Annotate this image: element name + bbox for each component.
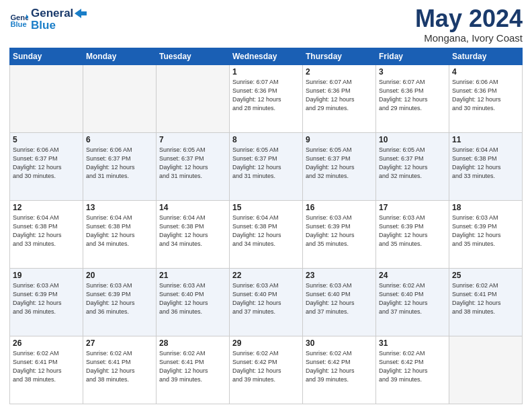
day-number: 31 [379,338,446,348]
calendar-cell: 16Sunrise: 6:03 AMSunset: 6:39 PMDayligh… [303,201,376,269]
calendar-weekday-header: Monday [83,48,157,65]
calendar-week-row: 1Sunrise: 6:07 AMSunset: 6:36 PMDaylight… [10,65,523,133]
calendar-cell: 4Sunrise: 6:06 AMSunset: 6:36 PMDaylight… [449,65,523,133]
calendar-cell: 27Sunrise: 6:02 AMSunset: 6:41 PMDayligh… [83,336,157,404]
svg-marker-3 [75,9,87,18]
cell-info: Sunrise: 6:04 AMSunset: 6:38 PMDaylight:… [13,214,80,248]
cell-info: Sunrise: 6:03 AMSunset: 6:39 PMDaylight:… [13,281,80,316]
cell-info: Sunrise: 6:03 AMSunset: 6:40 PMDaylight:… [306,281,373,316]
day-number: 17 [379,203,446,212]
day-number: 9 [306,135,373,144]
day-number: 11 [452,135,519,144]
cell-info: Sunrise: 6:03 AMSunset: 6:39 PMDaylight:… [379,214,446,248]
day-number: 15 [232,203,300,212]
day-number: 13 [86,203,153,212]
calendar-cell: 26Sunrise: 6:02 AMSunset: 6:41 PMDayligh… [10,336,83,404]
calendar-cell: 19Sunrise: 6:03 AMSunset: 6:39 PMDayligh… [10,269,83,336]
calendar-weekday-header: Sunday [10,48,83,65]
calendar-cell: 9Sunrise: 6:05 AMSunset: 6:37 PMDaylight… [303,133,376,201]
calendar-cell: 31Sunrise: 6:02 AMSunset: 6:42 PMDayligh… [376,336,449,404]
day-number: 18 [452,203,519,212]
cell-info: Sunrise: 6:03 AMSunset: 6:39 PMDaylight:… [306,214,373,248]
calendar-cell: 12Sunrise: 6:04 AMSunset: 6:38 PMDayligh… [10,201,83,269]
day-number: 12 [13,203,80,212]
cell-info: Sunrise: 6:05 AMSunset: 6:37 PMDaylight:… [159,146,226,181]
calendar-cell [83,65,157,133]
day-number: 27 [86,338,153,348]
calendar-cell: 11Sunrise: 6:04 AMSunset: 6:38 PMDayligh… [449,133,523,201]
calendar-cell: 20Sunrise: 6:03 AMSunset: 6:39 PMDayligh… [83,269,157,336]
calendar-cell: 29Sunrise: 6:02 AMSunset: 6:42 PMDayligh… [230,336,303,404]
cell-info: Sunrise: 6:07 AMSunset: 6:36 PMDaylight:… [379,78,446,113]
cell-info: Sunrise: 6:03 AMSunset: 6:39 PMDaylight:… [86,281,153,316]
calendar-cell: 3Sunrise: 6:07 AMSunset: 6:36 PMDaylight… [376,65,449,133]
day-number: 23 [306,271,373,280]
calendar-week-row: 12Sunrise: 6:04 AMSunset: 6:38 PMDayligh… [10,201,523,269]
calendar-body: 1Sunrise: 6:07 AMSunset: 6:36 PMDaylight… [10,65,523,404]
cell-info: Sunrise: 6:02 AMSunset: 6:42 PMDaylight:… [379,349,446,384]
cell-info: Sunrise: 6:05 AMSunset: 6:37 PMDaylight:… [379,146,446,181]
day-number: 16 [306,203,373,212]
logo: General Blue General Blue [9,7,87,32]
logo-blue: Blue [31,19,87,32]
calendar-cell: 14Sunrise: 6:04 AMSunset: 6:38 PMDayligh… [157,201,230,269]
calendar-cell: 18Sunrise: 6:03 AMSunset: 6:39 PMDayligh… [449,201,523,269]
calendar-cell: 13Sunrise: 6:04 AMSunset: 6:38 PMDayligh… [83,201,157,269]
calendar-weekday-header: Saturday [449,48,523,65]
day-number: 26 [13,338,80,348]
cell-info: Sunrise: 6:05 AMSunset: 6:37 PMDaylight:… [232,146,300,181]
calendar-cell: 17Sunrise: 6:03 AMSunset: 6:39 PMDayligh… [376,201,449,269]
page: General Blue General Blue May 2024 Monga… [0,0,532,411]
day-number: 22 [232,271,300,280]
title-block: May 2024 Mongana, Ivory Coast [415,7,523,44]
day-number: 30 [306,338,373,348]
cell-info: Sunrise: 6:02 AMSunset: 6:42 PMDaylight:… [306,349,373,384]
cell-info: Sunrise: 6:04 AMSunset: 6:38 PMDaylight:… [159,214,226,248]
cell-info: Sunrise: 6:06 AMSunset: 6:36 PMDaylight:… [452,78,519,113]
calendar-cell: 6Sunrise: 6:06 AMSunset: 6:37 PMDaylight… [83,133,157,201]
calendar-table: SundayMondayTuesdayWednesdayThursdayFrid… [9,48,523,404]
calendar-week-row: 19Sunrise: 6:03 AMSunset: 6:39 PMDayligh… [10,269,523,336]
calendar-cell [10,65,83,133]
calendar-cell: 15Sunrise: 6:04 AMSunset: 6:38 PMDayligh… [230,201,303,269]
month-title: May 2024 [415,7,523,31]
cell-info: Sunrise: 6:03 AMSunset: 6:40 PMDaylight:… [232,281,300,316]
calendar-cell [449,336,523,404]
day-number: 2 [306,67,373,77]
cell-info: Sunrise: 6:06 AMSunset: 6:37 PMDaylight:… [13,146,80,181]
day-number: 29 [232,338,300,348]
cell-info: Sunrise: 6:02 AMSunset: 6:40 PMDaylight:… [379,281,446,316]
day-number: 24 [379,271,446,280]
calendar-cell: 30Sunrise: 6:02 AMSunset: 6:42 PMDayligh… [303,336,376,404]
cell-info: Sunrise: 6:06 AMSunset: 6:37 PMDaylight:… [86,146,153,181]
day-number: 7 [159,135,226,144]
cell-info: Sunrise: 6:04 AMSunset: 6:38 PMDaylight:… [86,214,153,248]
calendar-week-row: 26Sunrise: 6:02 AMSunset: 6:41 PMDayligh… [10,336,523,404]
calendar-cell: 10Sunrise: 6:05 AMSunset: 6:37 PMDayligh… [376,133,449,201]
cell-info: Sunrise: 6:05 AMSunset: 6:37 PMDaylight:… [306,146,373,181]
calendar-weekday-header: Tuesday [157,48,230,65]
cell-info: Sunrise: 6:04 AMSunset: 6:38 PMDaylight:… [232,214,300,248]
cell-info: Sunrise: 6:02 AMSunset: 6:41 PMDaylight:… [13,349,80,384]
day-number: 21 [159,271,226,280]
day-number: 6 [86,135,153,144]
day-number: 19 [13,271,80,280]
calendar-cell: 23Sunrise: 6:03 AMSunset: 6:40 PMDayligh… [303,269,376,336]
calendar-cell: 5Sunrise: 6:06 AMSunset: 6:37 PMDaylight… [10,133,83,201]
calendar-cell: 25Sunrise: 6:02 AMSunset: 6:41 PMDayligh… [449,269,523,336]
calendar-cell: 8Sunrise: 6:05 AMSunset: 6:37 PMDaylight… [230,133,303,201]
calendar-cell: 2Sunrise: 6:07 AMSunset: 6:36 PMDaylight… [303,65,376,133]
calendar-weekday-header: Thursday [303,48,376,65]
day-number: 14 [159,203,226,212]
calendar-week-row: 5Sunrise: 6:06 AMSunset: 6:37 PMDaylight… [10,133,523,201]
cell-info: Sunrise: 6:03 AMSunset: 6:39 PMDaylight:… [452,214,519,248]
cell-info: Sunrise: 6:02 AMSunset: 6:41 PMDaylight:… [86,349,153,384]
calendar-weekday-header: Friday [376,48,449,65]
day-number: 5 [13,135,80,144]
cell-info: Sunrise: 6:07 AMSunset: 6:36 PMDaylight:… [232,78,300,113]
logo-arrow-icon [75,9,87,18]
day-number: 8 [232,135,300,144]
calendar-cell: 21Sunrise: 6:03 AMSunset: 6:40 PMDayligh… [157,269,230,336]
calendar-cell: 7Sunrise: 6:05 AMSunset: 6:37 PMDaylight… [157,133,230,201]
cell-info: Sunrise: 6:03 AMSunset: 6:40 PMDaylight:… [159,281,226,316]
